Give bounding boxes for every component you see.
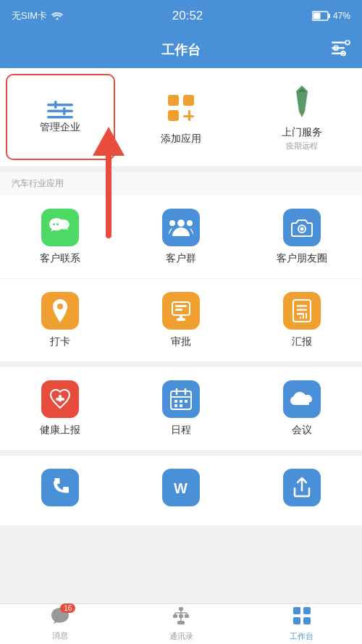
cloud-icon <box>289 389 315 409</box>
nav-messages[interactable]: 16 消息 <box>0 604 121 644</box>
approval-label: 审批 <box>171 335 191 348</box>
health-report-item[interactable]: 健康上报 <box>0 367 121 450</box>
svg-rect-58 <box>179 607 183 611</box>
app-grid-section3: W <box>0 456 362 525</box>
wechat-icon <box>49 217 72 238</box>
messages-badge: 16 <box>60 603 75 613</box>
report-icon-bg <box>283 292 321 330</box>
settings-button[interactable] <box>332 41 350 60</box>
top-grid: 管理企业 添加应用 <box>0 68 362 166</box>
carrier-text: 无SIM卡 <box>12 9 47 22</box>
svg-rect-42 <box>306 313 307 319</box>
customer-contact-item[interactable]: 客户联系 <box>0 196 121 278</box>
contacts-icon-wrapper <box>171 606 191 630</box>
schedule-icon-bg <box>162 380 200 418</box>
nav-workbench-label: 工作台 <box>290 631 313 642</box>
main-content: 管理企业 添加应用 <box>0 68 362 603</box>
status-bar: 无SIM卡 20:52 47% <box>0 0 362 32</box>
customer-moments-label: 客户朋友圈 <box>277 252 327 265</box>
word-item[interactable]: W <box>121 456 242 525</box>
top-grid-section: 管理企业 添加应用 <box>0 68 362 166</box>
svg-rect-54 <box>174 404 177 407</box>
svg-rect-59 <box>173 614 177 618</box>
wifi-icon <box>51 12 63 20</box>
meeting-label: 会议 <box>292 424 312 437</box>
contacts-icon <box>171 606 191 625</box>
schedule-label: 日程 <box>171 424 191 437</box>
phone-item[interactable] <box>0 456 121 525</box>
svg-point-29 <box>187 220 193 226</box>
svg-rect-19 <box>183 115 194 117</box>
svg-rect-46 <box>56 398 64 401</box>
svg-point-28 <box>169 220 175 226</box>
checkin-label: 打卡 <box>50 335 70 348</box>
svg-rect-51 <box>174 400 177 403</box>
meeting-icon-bg <box>283 380 321 418</box>
health-report-icon-bg <box>41 380 79 418</box>
svg-rect-6 <box>332 53 345 55</box>
health-report-label: 健康上报 <box>40 424 80 437</box>
add-app-item[interactable]: 添加应用 <box>121 68 242 166</box>
svg-rect-15 <box>168 95 179 106</box>
svg-rect-39 <box>297 305 307 307</box>
page-title: 工作台 <box>161 41 201 59</box>
location-icon <box>51 298 70 323</box>
calendar-icon <box>169 388 193 411</box>
battery-text: 47% <box>333 11 350 21</box>
meeting-item[interactable]: 会议 <box>241 367 362 450</box>
status-left: 无SIM卡 <box>12 9 63 22</box>
svg-rect-41 <box>297 313 304 315</box>
svg-rect-11 <box>47 109 73 112</box>
svg-rect-43 <box>303 315 304 319</box>
report-item[interactable]: 汇报 <box>241 279 362 361</box>
customer-moments-item[interactable]: 客户朋友圈 <box>241 196 362 278</box>
schedule-item[interactable]: 日程 <box>121 367 242 450</box>
approval-item[interactable]: 审批 <box>121 279 242 361</box>
status-time: 20:52 <box>172 9 203 23</box>
door-service-sublabel: 疫期远程 <box>286 141 318 151</box>
report-icon <box>292 298 312 323</box>
svg-rect-3 <box>313 13 320 20</box>
manage-enterprise-icon <box>47 101 73 121</box>
svg-rect-10 <box>47 104 73 106</box>
svg-rect-4 <box>332 42 345 44</box>
svg-rect-40 <box>297 309 307 311</box>
share-icon-bg <box>283 469 321 506</box>
manage-enterprise-item[interactable]: 管理企业 <box>6 74 115 160</box>
svg-rect-55 <box>180 404 182 407</box>
checkin-item[interactable]: 打卡 <box>0 279 121 361</box>
svg-rect-53 <box>185 400 188 403</box>
svg-point-25 <box>53 223 55 225</box>
svg-rect-52 <box>180 400 182 403</box>
svg-rect-61 <box>185 614 189 618</box>
svg-rect-70 <box>303 607 311 614</box>
settings-icon <box>332 41 350 57</box>
svg-rect-69 <box>293 607 300 614</box>
nav-messages-label: 消息 <box>52 630 68 641</box>
nav-contacts-label: 通讯录 <box>169 631 193 642</box>
customer-contact-label: 客户联系 <box>40 252 80 265</box>
svg-text:W: W <box>174 480 188 496</box>
customer-group-item[interactable]: 客户群 <box>121 196 242 278</box>
customer-group-label: 客户群 <box>166 252 196 265</box>
app-grid-row4: W <box>0 456 362 525</box>
nav-contacts[interactable]: 通讯录 <box>121 603 242 644</box>
svg-point-26 <box>56 223 59 225</box>
nav-workbench[interactable]: 工作台 <box>241 603 362 644</box>
svg-rect-72 <box>303 617 311 624</box>
svg-point-31 <box>300 227 303 231</box>
add-app-label: 添加应用 <box>161 133 201 146</box>
svg-rect-44 <box>300 317 301 319</box>
checkin-icon-bg <box>41 292 79 330</box>
camera-icon <box>290 217 313 238</box>
door-service-item[interactable]: 上门服务 疫期远程 <box>241 68 362 166</box>
status-right: 47% <box>312 11 350 21</box>
chat-icon-wrapper: 16 <box>51 607 70 629</box>
share-item[interactable] <box>241 456 362 525</box>
manage-enterprise-label: 管理企业 <box>40 121 80 134</box>
app-grid-section: 客户联系 客户群 <box>0 196 362 361</box>
svg-rect-13 <box>54 101 57 109</box>
battery-icon <box>312 11 330 21</box>
grid-icon <box>292 606 311 625</box>
svg-point-32 <box>57 304 63 309</box>
